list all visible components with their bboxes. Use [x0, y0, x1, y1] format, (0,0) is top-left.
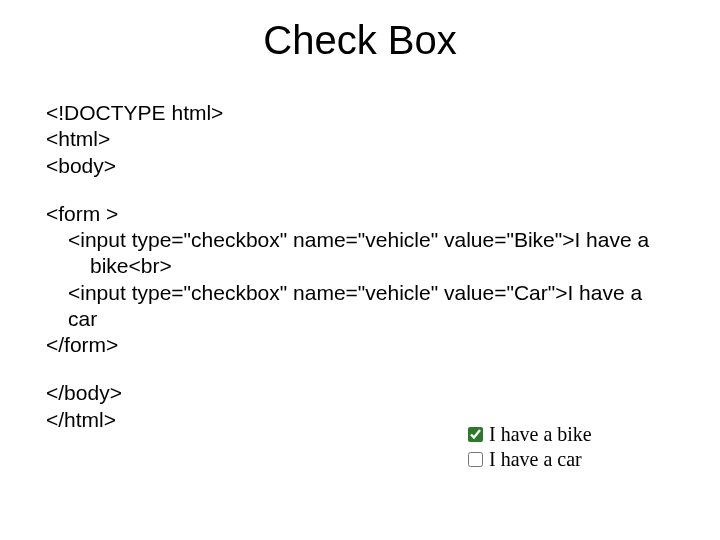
preview-row: I have a car	[468, 447, 592, 472]
checkbox-label: I have a car	[489, 447, 582, 472]
blank-line	[46, 358, 666, 380]
code-line: <input type="checkbox" name="vehicle" va…	[46, 227, 666, 253]
slide-title: Check Box	[0, 18, 720, 63]
code-line: </form>	[46, 332, 666, 358]
code-line: </body>	[46, 380, 666, 406]
checkbox-car[interactable]	[468, 452, 483, 467]
code-line: <body>	[46, 153, 666, 179]
code-line: <html>	[46, 126, 666, 152]
code-line: <input type="checkbox" name="vehicle" va…	[46, 280, 666, 333]
rendered-preview: I have a bike I have a car	[468, 422, 592, 472]
checkbox-label: I have a bike	[489, 422, 592, 447]
blank-line	[46, 179, 666, 201]
preview-row: I have a bike	[468, 422, 592, 447]
code-line: <!DOCTYPE html>	[46, 100, 666, 126]
slide: Check Box <!DOCTYPE html> <html> <body> …	[0, 0, 720, 540]
code-block: <!DOCTYPE html> <html> <body> <form > <i…	[46, 100, 666, 433]
checkbox-bike[interactable]	[468, 427, 483, 442]
code-line: bike<br>	[46, 253, 666, 279]
code-line: <form >	[46, 201, 666, 227]
